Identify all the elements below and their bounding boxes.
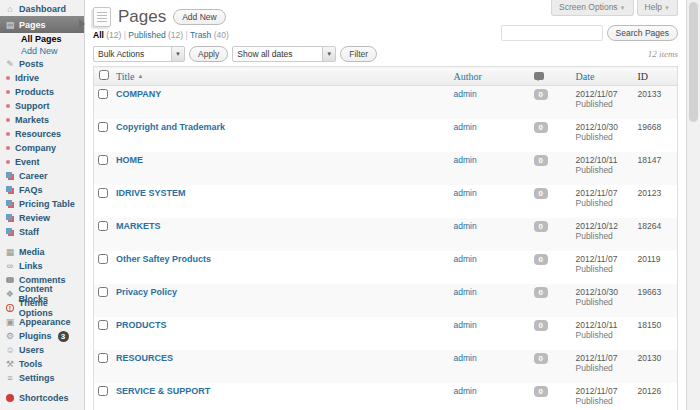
sidebar-item-label: Markets <box>15 115 49 125</box>
table-row: HOME admin 0 2012/10/11 Published 18147 <box>94 152 678 185</box>
column-date[interactable]: Date <box>572 67 634 86</box>
sidebar-item-markets[interactable]: Markets <box>0 113 84 127</box>
sidebar-item-label: Resources <box>15 129 61 139</box>
row-checkbox[interactable] <box>98 89 108 99</box>
row-checkbox[interactable] <box>98 353 108 363</box>
row-checkbox[interactable] <box>98 155 108 165</box>
page-title-link[interactable]: PRODUCTS <box>116 320 167 330</box>
apply-button[interactable]: Apply <box>189 46 228 62</box>
sidebar-item-faqs[interactable]: FAQs <box>0 183 84 197</box>
comment-count-bubble[interactable]: 0 <box>534 188 548 199</box>
sidebar-item-shortcodes[interactable]: Shortcodes <box>0 391 84 405</box>
help-tab[interactable]: Help▼ <box>637 0 678 16</box>
sidebar-item-event[interactable]: Event <box>0 155 84 169</box>
row-checkbox[interactable] <box>98 122 108 132</box>
pages-table-body: COMPANY admin 0 2012/11/07 Published 201… <box>94 86 678 410</box>
comment-count-bubble[interactable]: 0 <box>534 353 548 364</box>
page-title-link[interactable]: HOME <box>116 155 143 165</box>
house-icon: ⌂ <box>5 4 15 14</box>
author-link[interactable]: admin <box>454 353 477 363</box>
sidebar-item-tools[interactable]: ⚒ Tools <box>0 357 84 371</box>
search-input[interactable] <box>501 25 603 41</box>
sidebar-item-pricing-table[interactable]: Pricing Table <box>0 197 84 211</box>
sidebar-item-posts[interactable]: ✎ Posts <box>0 57 84 71</box>
page-title-link[interactable]: Privacy Policy <box>116 287 177 297</box>
page-title-link[interactable]: MARKETS <box>116 221 161 231</box>
settings-icon: ≡ <box>5 373 15 383</box>
sidebar-item-users[interactable]: ☺ Users <box>0 343 84 357</box>
sidebar-item-review[interactable]: Review <box>0 211 84 225</box>
sidebar-item-media[interactable]: ▦ Media <box>0 245 84 259</box>
page-title-link[interactable]: IDRIVE SYSTEM <box>116 188 186 198</box>
comment-count-bubble[interactable]: 0 <box>534 89 548 100</box>
vertical-scrollbar[interactable] <box>686 0 700 410</box>
layers-icon <box>6 186 12 192</box>
author-link[interactable]: admin <box>454 320 477 330</box>
author-link[interactable]: admin <box>454 254 477 264</box>
tablenav-top: Bulk Actions ▼ Apply Show all dates ▼ Fi… <box>93 46 678 62</box>
column-author[interactable]: Author <box>450 67 530 86</box>
sidebar-subitem-add-new[interactable]: Add New <box>0 45 84 57</box>
author-link[interactable]: admin <box>454 221 477 231</box>
page-title-link[interactable]: SERVICE & SUPPORT <box>116 386 210 396</box>
comment-count-bubble[interactable]: 0 <box>534 254 548 265</box>
comment-count-bubble[interactable]: 0 <box>534 221 548 232</box>
select-all-checkbox[interactable] <box>99 70 109 80</box>
row-checkbox[interactable] <box>98 386 108 396</box>
author-link[interactable]: admin <box>454 89 477 99</box>
comment-count-bubble[interactable]: 0 <box>534 386 548 397</box>
comment-count-bubble[interactable]: 0 <box>534 287 548 298</box>
blocks-icon: ❖ <box>5 289 15 299</box>
sidebar-item-idrive[interactable]: Idrive <box>0 71 84 85</box>
page-title-link[interactable]: RESOURCES <box>116 353 173 363</box>
page-id: 20119 <box>634 251 678 284</box>
main-content: Screen Options▼ Help▼ Pages Add New Sear… <box>85 0 686 410</box>
view-all[interactable]: All (12) <box>93 30 121 40</box>
sidebar-item-company[interactable]: Company <box>0 141 84 155</box>
dates-filter-select[interactable]: Show all dates ▼ <box>232 46 336 62</box>
author-link[interactable]: admin <box>454 386 477 396</box>
add-new-button[interactable]: Add New <box>173 9 226 25</box>
author-link[interactable]: admin <box>454 188 477 198</box>
sidebar-item-products[interactable]: Products <box>0 85 84 99</box>
date-value: 2012/10/30 <box>576 287 630 297</box>
comment-count-bubble[interactable]: 0 <box>534 155 548 166</box>
sidebar-item-resources[interactable]: Resources <box>0 127 84 141</box>
sidebar-item-career[interactable]: Career <box>0 169 84 183</box>
author-link[interactable]: admin <box>454 122 477 132</box>
sidebar-item-pages[interactable]: ▤ Pages <box>0 16 84 33</box>
row-checkbox[interactable] <box>98 287 108 297</box>
view-trash[interactable]: Trash (40) <box>190 30 229 40</box>
wp-admin-app: ⌂ Dashboard ▤ Pages All Pages Add New ✎ … <box>0 0 700 410</box>
table-row: PRODUCTS admin 0 2012/10/11 Published 18… <box>94 317 678 350</box>
row-checkbox[interactable] <box>98 188 108 198</box>
screen-meta-tabs: Screen Options▼ Help▼ <box>551 0 678 16</box>
row-checkbox[interactable] <box>98 221 108 231</box>
row-checkbox[interactable] <box>98 320 108 330</box>
bulk-actions-select[interactable]: Bulk Actions ▼ <box>93 46 185 62</box>
page-title-link[interactable]: Copyright and Trademark <box>116 122 225 132</box>
screen-options-tab[interactable]: Screen Options▼ <box>551 0 634 16</box>
view-published[interactable]: Published (12) <box>128 30 183 40</box>
sidebar-item-theme-options[interactable]: Theme Options <box>0 301 84 315</box>
row-checkbox[interactable] <box>98 254 108 264</box>
column-title[interactable]: Title▲ <box>112 67 450 86</box>
comment-count-bubble[interactable]: 0 <box>534 320 548 331</box>
sidebar-item-staff[interactable]: Staff <box>0 225 84 239</box>
page-title-link[interactable]: COMPANY <box>116 89 161 99</box>
search-pages-button[interactable]: Search Pages <box>607 25 678 41</box>
page-title-link[interactable]: Other Saftey Products <box>116 254 211 264</box>
admin-sidebar: ⌂ Dashboard ▤ Pages All Pages Add New ✎ … <box>0 0 85 410</box>
column-comments[interactable] <box>530 67 572 86</box>
scrollbar-thumb[interactable] <box>689 2 698 122</box>
sidebar-item-links[interactable]: ∞ Links <box>0 259 84 273</box>
sidebar-item-settings[interactable]: ≡ Settings <box>0 371 84 385</box>
comment-count-bubble[interactable]: 0 <box>534 122 548 133</box>
sidebar-item-support[interactable]: Support <box>0 99 84 113</box>
author-link[interactable]: admin <box>454 155 477 165</box>
author-link[interactable]: admin <box>454 287 477 297</box>
sidebar-item-dashboard[interactable]: ⌂ Dashboard <box>0 2 84 16</box>
sidebar-item-plugins[interactable]: ⚙ Plugins 3 <box>0 329 84 343</box>
filter-button[interactable]: Filter <box>340 46 377 62</box>
sidebar-subitem-all-pages[interactable]: All Pages <box>0 33 84 45</box>
